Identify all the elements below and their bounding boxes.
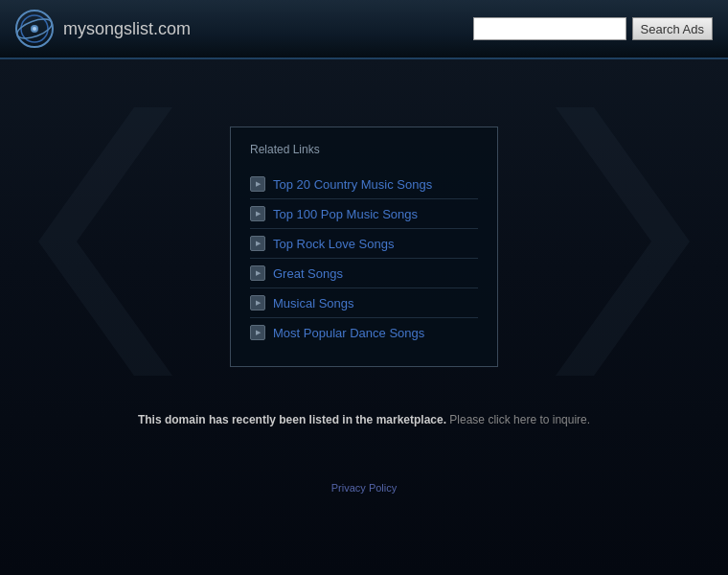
search-input[interactable] xyxy=(473,17,626,40)
link-arrow-icon xyxy=(250,265,265,281)
link-arrow-icon xyxy=(250,295,265,310)
link-arrow-icon xyxy=(250,206,265,221)
search-button[interactable]: Search Ads xyxy=(632,17,714,40)
svg-point-4 xyxy=(33,27,36,31)
site-title: mysongslist.com xyxy=(63,19,191,39)
link-text: Top Rock Love Songs xyxy=(273,237,394,251)
link-text: Most Popular Dance Songs xyxy=(273,326,424,340)
related-links-title: Related Links xyxy=(250,143,478,156)
search-area: Search Ads xyxy=(473,17,714,40)
header: mysongslist.com Search Ads xyxy=(0,0,728,59)
marketplace-link[interactable]: Please click here to inquire. xyxy=(446,413,590,426)
site-logo-icon xyxy=(15,10,54,48)
privacy-policy-link[interactable]: Privacy Policy xyxy=(331,482,397,494)
link-text: Great Songs xyxy=(273,266,343,281)
content-wrapper: Related Links Top 20 Country Music Songs… xyxy=(0,59,728,575)
marketplace-notice: This domain has recently been listed in … xyxy=(138,413,590,426)
link-text: Musical Songs xyxy=(273,296,354,310)
link-item[interactable]: Great Songs xyxy=(250,259,478,288)
marketplace-bold-text: This domain has recently been listed in … xyxy=(138,413,446,426)
link-item[interactable]: Musical Songs xyxy=(250,288,478,318)
link-arrow-icon xyxy=(250,236,265,251)
link-arrow-icon xyxy=(250,176,265,192)
logo-area: mysongslist.com xyxy=(15,10,191,48)
link-text: Top 20 Country Music Songs xyxy=(273,177,432,192)
link-text: Top 100 Pop Music Songs xyxy=(273,207,418,221)
link-item[interactable]: Top Rock Love Songs xyxy=(250,229,478,259)
related-links-box: Related Links Top 20 Country Music Songs… xyxy=(230,126,498,367)
link-arrow-icon xyxy=(250,325,265,340)
link-item[interactable]: Top 100 Pop Music Songs xyxy=(250,199,478,229)
link-item[interactable]: Most Popular Dance Songs xyxy=(250,318,478,347)
marketplace-normal-text: Please click here to inquire. xyxy=(446,413,590,426)
link-item[interactable]: Top 20 Country Music Songs xyxy=(250,170,478,199)
